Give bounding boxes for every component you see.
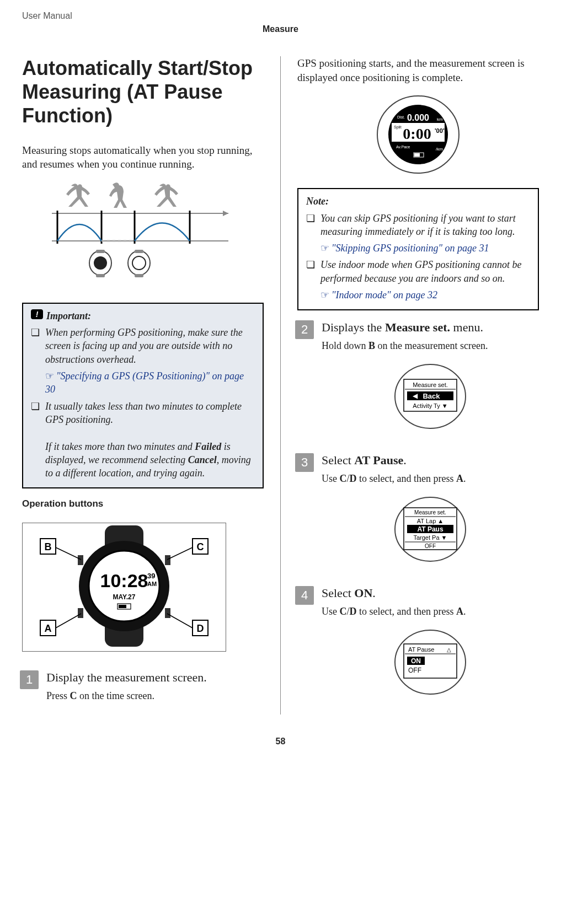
gps-positioning-text: GPS positioning starts, and the measurem…	[297, 56, 539, 84]
svg-text:Measure set.: Measure set.	[414, 509, 446, 515]
pointer-icon: ☞	[45, 370, 54, 382]
important-item-2-text-a: It usually takes less than two minutes t…	[45, 401, 242, 425]
important-item-1-text: When performing GPS positioning, make su…	[45, 327, 243, 365]
note-item-2-text: Use indoor mode when GPS positioning can…	[320, 259, 521, 283]
step-4-watch: AT Pause △ ON OFF	[322, 626, 539, 700]
pointer-icon: ☞	[320, 289, 329, 300]
svg-rect-15	[135, 274, 143, 277]
step-number: 4	[295, 586, 314, 605]
step-4: 4 Select ON. Use C/D to select, and then…	[297, 586, 539, 709]
svg-text:Split: Split	[394, 125, 402, 130]
svg-rect-14	[135, 250, 143, 253]
svg-text:OFF: OFF	[425, 543, 436, 549]
svg-rect-11	[96, 274, 105, 277]
svg-text:39: 39	[147, 572, 155, 580]
svg-text:0:00: 0:00	[403, 125, 431, 142]
svg-rect-29	[165, 608, 170, 618]
important-item-2-text-b: If it takes more than two minutes and Fa…	[45, 441, 251, 479]
svg-text:km: km	[437, 117, 443, 122]
step-4-desc: Use C/D to select, and then press A.	[322, 606, 539, 617]
bullet-icon: ❏	[31, 326, 40, 396]
svg-text:△: △	[447, 647, 451, 653]
svg-text:AT Lap ▲: AT Lap ▲	[417, 518, 444, 524]
important-item-2: ❏ It usually takes less than two minutes…	[31, 400, 255, 480]
svg-line-31	[56, 614, 81, 628]
svg-text:AT Pause: AT Pause	[408, 646, 434, 653]
svg-text:AM: AM	[147, 581, 157, 587]
button-label-C: C	[197, 541, 204, 552]
intro-paragraph: Measuring stops automatically when you s…	[22, 143, 264, 171]
doc-type-label: User Manual	[22, 11, 539, 21]
note-item-1: ❏ You can skip GPS positioning if you wa…	[306, 212, 530, 255]
step-number: 2	[295, 320, 314, 339]
page-title: Automatically Start/Stop Measuring (AT P…	[22, 56, 264, 128]
section-heading: Measure	[22, 24, 539, 34]
step-1-title: Display the measurement screen.	[46, 670, 264, 685]
step-2-title: Displays the Measure set. menu.	[322, 320, 539, 335]
svg-text:AT Paus: AT Paus	[417, 525, 443, 533]
svg-rect-50	[414, 153, 420, 157]
operation-buttons-svg: 10:28 39 AM MAY.27 B A	[25, 525, 223, 647]
svg-text:MAY.27: MAY.27	[113, 593, 136, 601]
svg-text:0.000: 0.000	[407, 113, 429, 122]
measurement-watch-figure: Dist. 0.000 km Split 0:00 '00" Av.Pace /…	[297, 93, 539, 178]
svg-text:'00": '00"	[435, 127, 446, 134]
svg-rect-26	[78, 555, 83, 565]
pointer-icon: ☞	[320, 243, 329, 254]
page-number: 58	[22, 737, 539, 746]
svg-text:!: !	[36, 310, 39, 319]
bullet-icon: ❏	[306, 212, 315, 255]
svg-text:Av.Pace: Av.Pace	[396, 145, 410, 149]
important-icon: !	[31, 309, 43, 323]
bullet-icon: ❏	[31, 400, 40, 480]
watch-time: 10:28	[100, 570, 148, 591]
important-callout: ! Important: ❏ When performing GPS posit…	[22, 303, 264, 489]
svg-text:◀: ◀	[413, 392, 418, 400]
svg-text:OFF: OFF	[408, 667, 421, 674]
svg-line-30	[56, 547, 81, 560]
svg-rect-10	[96, 250, 105, 253]
svg-rect-25	[119, 605, 126, 608]
step-1-desc: Press C on the time screen.	[46, 690, 264, 702]
step-number: 1	[20, 670, 39, 689]
column-divider	[280, 56, 281, 715]
link-gps-positioning[interactable]: ☞"Specifying a GPS (GPS Positioning)" on…	[45, 369, 255, 396]
step-2-desc: Hold down B on the measurement screen.	[322, 340, 539, 352]
button-label-A: A	[45, 623, 52, 634]
step-3: 3 Select AT Pause. Use C/D to select, an…	[297, 453, 539, 576]
svg-text:Back: Back	[423, 392, 440, 400]
svg-text:Activity Ty ▼: Activity Ty ▼	[413, 402, 447, 409]
operation-buttons-heading: Operation buttons	[22, 498, 264, 509]
svg-rect-27	[78, 608, 83, 618]
note-item-1-text: You can skip GPS positioning if you want…	[320, 213, 516, 237]
bullet-icon: ❏	[306, 258, 315, 302]
svg-text:Measure set.: Measure set.	[413, 382, 448, 388]
measurement-watch-svg: Dist. 0.000 km Split 0:00 '00" Av.Pace /…	[363, 93, 473, 176]
button-label-B: B	[45, 541, 52, 552]
note-title: Note:	[306, 195, 530, 208]
pause-diagram-svg	[46, 180, 239, 291]
svg-line-32	[167, 547, 193, 560]
important-item-1: ❏ When performing GPS positioning, make …	[31, 326, 255, 396]
link-skip-gps[interactable]: ☞"Skipping GPS positioning" on page 31	[320, 241, 530, 255]
pause-diagram-figure	[22, 180, 264, 293]
step-1: 1 Display the measurement screen. Press …	[22, 670, 264, 708]
svg-text:Target Pa ▼: Target Pa ▼	[413, 534, 447, 541]
link-indoor-mode[interactable]: ☞"Indoor mode" on page 32	[320, 288, 530, 302]
step-4-title: Select ON.	[322, 586, 539, 600]
step-2: 2 Displays the Measure set. menu. Hold d…	[297, 320, 539, 443]
svg-marker-1	[223, 211, 228, 216]
step-3-title: Select AT Pause.	[322, 453, 539, 468]
svg-text:Dist.: Dist.	[397, 115, 405, 119]
svg-text:/km: /km	[436, 147, 443, 152]
step-3-watch: Measure set. AT Lap ▲ AT Paus Target Pa …	[322, 493, 539, 567]
svg-text:ON: ON	[411, 657, 421, 665]
note-callout: Note: ❏ You can skip GPS positioning if …	[297, 188, 539, 310]
step-number: 3	[295, 453, 314, 472]
important-title: Important:	[46, 309, 91, 323]
button-label-D: D	[197, 623, 204, 634]
svg-point-9	[94, 256, 107, 270]
note-item-2: ❏ Use indoor mode when GPS positioning c…	[306, 258, 530, 302]
svg-point-13	[132, 256, 146, 270]
svg-line-33	[167, 614, 193, 628]
